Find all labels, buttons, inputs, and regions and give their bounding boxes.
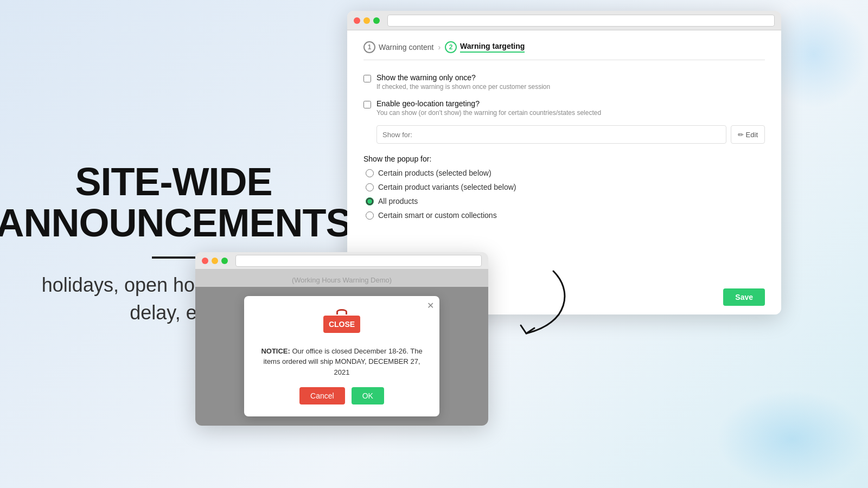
show-once-label: Show the warning only once? bbox=[376, 73, 550, 82]
close-sign-icon: CLOSE bbox=[323, 316, 360, 333]
dot-green[interactable] bbox=[373, 17, 380, 24]
radio-1[interactable] bbox=[366, 183, 374, 191]
save-button[interactable]: Save bbox=[723, 288, 765, 306]
radio-group: Certain products (selected below) Certai… bbox=[366, 169, 765, 220]
modal-overlay: ✕ CLOSE NOTICE: Our office is closed Dec… bbox=[195, 287, 488, 426]
step-2-item[interactable]: 2 Warning targeting bbox=[445, 41, 525, 53]
modal-notice-text: NOTICE: Our office is closed December 18… bbox=[259, 346, 424, 378]
arrow-annotation bbox=[510, 266, 575, 342]
decorative-blob-br bbox=[716, 390, 868, 488]
dot-red[interactable] bbox=[354, 17, 360, 24]
popup-url-bar[interactable] bbox=[235, 255, 482, 267]
arrow-svg bbox=[510, 266, 575, 342]
step-1-circle: 1 bbox=[363, 41, 375, 53]
popup-dot-red[interactable] bbox=[202, 258, 208, 264]
main-titlebar bbox=[347, 11, 781, 30]
popup-browser-bg: (Working Hours Warning Demo) ✕ CLOSE NOT… bbox=[195, 269, 488, 426]
close-sign-container: CLOSE bbox=[259, 309, 424, 341]
step-2-circle: 2 bbox=[445, 41, 457, 53]
main-title: SITE-WIDE ANNOUNCEMENTS bbox=[0, 162, 352, 243]
radio-item-0[interactable]: Certain products (selected below) bbox=[366, 169, 765, 177]
popup-titlebar bbox=[195, 252, 488, 269]
modal-buttons: Cancel OK bbox=[259, 387, 424, 404]
radio-item-2[interactable]: All products bbox=[366, 197, 765, 206]
show-once-labels: Show the warning only once? If checked, … bbox=[376, 73, 550, 91]
steps-nav: 1 Warning content › 2 Warning targeting bbox=[363, 41, 765, 60]
popup-dot-green[interactable] bbox=[221, 258, 228, 264]
browser-popup-window: (Working Hours Warning Demo) ✕ CLOSE NOT… bbox=[195, 252, 488, 426]
geo-row: Enable geo-location targeting? You can s… bbox=[363, 99, 765, 117]
popup-dot-yellow[interactable] bbox=[212, 258, 218, 264]
radio-item-3[interactable]: Certain smart or custom collections bbox=[366, 211, 765, 220]
ok-button[interactable]: OK bbox=[352, 387, 384, 404]
show-once-checkbox[interactable] bbox=[363, 75, 371, 82]
title-divider bbox=[152, 256, 195, 259]
geo-checkbox[interactable] bbox=[363, 101, 371, 108]
cancel-button[interactable]: Cancel bbox=[299, 387, 345, 404]
step-1-label: Warning content bbox=[379, 43, 433, 52]
geo-labels: Enable geo-location targeting? You can s… bbox=[376, 99, 601, 117]
show-once-row: Show the warning only once? If checked, … bbox=[363, 73, 765, 91]
step-arrow: › bbox=[438, 43, 441, 52]
radio-2[interactable] bbox=[366, 197, 374, 206]
geo-sublabel: You can show (or don't show) the warning… bbox=[376, 109, 601, 117]
dot-yellow[interactable] bbox=[363, 17, 370, 24]
url-bar[interactable] bbox=[387, 15, 775, 27]
radio-3[interactable] bbox=[366, 211, 374, 220]
close-sign-hook bbox=[336, 309, 347, 314]
show-once-sublabel: If checked, the warning is shown once pe… bbox=[376, 83, 550, 91]
radio-0[interactable] bbox=[366, 169, 374, 177]
radio-item-1[interactable]: Certain product variants (selected below… bbox=[366, 183, 765, 191]
edit-button[interactable]: ✏ Edit bbox=[731, 125, 765, 144]
step-1-item[interactable]: 1 Warning content bbox=[363, 41, 433, 53]
geo-input-row: ✏ Edit bbox=[376, 125, 765, 144]
geo-label: Enable geo-location targeting? bbox=[376, 99, 601, 108]
show-for-input[interactable] bbox=[376, 125, 726, 144]
popup-section-label: Show the popup for: bbox=[363, 155, 765, 163]
modal-box: ✕ CLOSE NOTICE: Our office is closed Dec… bbox=[244, 296, 439, 417]
step-2-label: Warning targeting bbox=[460, 42, 525, 53]
modal-close-button[interactable]: ✕ bbox=[427, 300, 434, 311]
popup-page-bg-title: (Working Hours Warning Demo) bbox=[195, 269, 488, 284]
